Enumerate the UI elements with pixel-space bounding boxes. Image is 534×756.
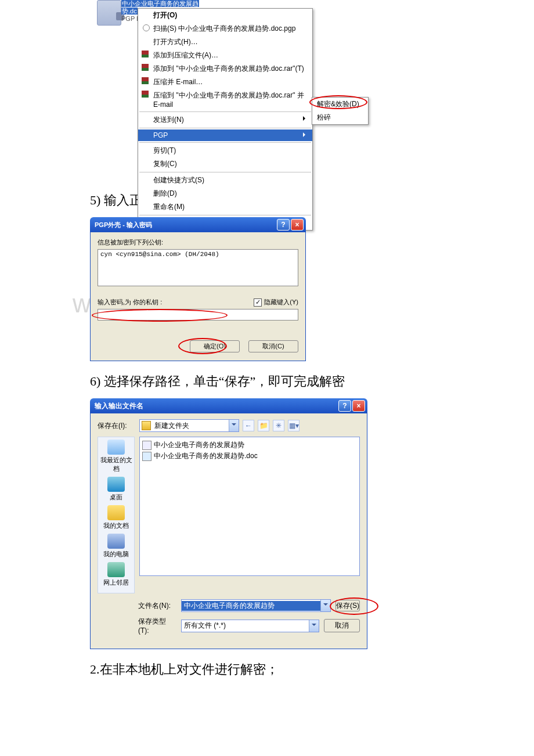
file-icon [142, 452, 151, 461]
help-button[interactable]: ? [277, 219, 290, 231]
chevron-down-icon [320, 600, 330, 611]
dialog-title: PGP外壳 - 输入密码 [92, 221, 276, 229]
context-menu: 打开(O) 扫描(S) 中小企业电子商务的发展趋势.doc.pgp 打开方式(H… [138, 8, 313, 231]
place-recent[interactable]: 我最近的文档 [98, 440, 134, 473]
highlight-ring [178, 338, 227, 354]
rar-icon [142, 77, 149, 84]
cancel-button[interactable]: 取消(C) [248, 340, 298, 352]
back-icon[interactable]: ← [243, 420, 254, 431]
menu-add-to-archive[interactable]: 添加到压缩文件(A)… [138, 49, 312, 62]
save-in-combo[interactable]: 新建文件夹 [139, 419, 239, 432]
menu-add-to-named[interactable]: 添加到 "中小企业电子商务的发展趋势.doc.rar"(T) [138, 62, 312, 75]
menu-rename[interactable]: 重命名(M) [138, 200, 312, 214]
places-bar: 我最近的文档 桌面 我的文档 我的电脑 网上邻居 [98, 437, 135, 593]
save-in-label: 保存在(I): [98, 421, 136, 431]
rar-icon [142, 91, 149, 98]
menu-copy[interactable]: 复制(C) [138, 157, 312, 171]
menu-zip-to-email[interactable]: 压缩到 "中小企业电子商务的发展趋势.doc.rar" 并 E-mail [138, 89, 312, 110]
menu-cut[interactable]: 剪切(T) [138, 144, 312, 157]
enter-passphrase-label: 输入密码,为 你的私钥 : [98, 298, 254, 307]
menu-open[interactable]: 打开(O) [138, 9, 312, 22]
hide-typing-label: 隐藏键入(Y) [264, 298, 298, 307]
highlight-ring [330, 597, 378, 615]
chevron-right-icon [303, 132, 308, 137]
new-folder-icon[interactable]: ✳ [273, 420, 284, 431]
file-list[interactable]: 中小企业电子商务的发展趋势 中小企业电子商务的发展趋势.doc [139, 437, 360, 576]
filetype-label: 保存类型(T): [138, 617, 176, 635]
hide-typing-checkbox[interactable] [254, 298, 262, 307]
place-mycomputer[interactable]: 我的电脑 [98, 534, 134, 559]
submenu-shred[interactable]: 粉碎 [312, 111, 368, 124]
key-list: cyn <cyn915@sina.com> (DH/2048) [98, 249, 298, 286]
chevron-right-icon [303, 116, 308, 121]
close-button[interactable]: × [291, 219, 304, 231]
step2-caption: 2.在非本地机上对文件进行解密； [90, 661, 444, 678]
place-network[interactable]: 网上邻居 [98, 562, 134, 587]
save-dialog: 输入输出文件名 ? × 保存在(I): 新建文件夹 ← 📁 ✳ ▦▾ 我最近的文… [90, 398, 367, 649]
filename-input[interactable]: 中小企业电子商务的发展趋势 [181, 599, 331, 612]
menu-send-to[interactable]: 发送到(N) [138, 113, 312, 127]
menu-pgp[interactable]: PGP [138, 129, 312, 141]
menu-open-with[interactable]: 打开方式(H)… [138, 35, 312, 49]
menu-delete[interactable]: 删除(D) [138, 187, 312, 200]
chevron-down-icon [229, 420, 239, 431]
highlight-ring [309, 95, 367, 109]
rar-icon [142, 64, 149, 71]
encrypted-to-label: 信息被加密到下列公钥: [98, 238, 298, 247]
list-item[interactable]: 中小企业电子商务的发展趋势 [142, 440, 357, 451]
help-button[interactable]: ? [338, 400, 351, 412]
close-button[interactable]: × [352, 400, 365, 412]
step6-caption: 6) 选择保存路径，单击“保存”，即可完成解密 [90, 373, 444, 390]
menu-zip-email[interactable]: 压缩并 E-mail… [138, 75, 312, 89]
pgp-file-icon [97, 0, 121, 26]
menu-create-shortcut[interactable]: 创建快捷方式(S) [138, 174, 312, 187]
file-icon [142, 441, 151, 450]
filename-label: 文件名(N): [138, 601, 176, 611]
menu-scan[interactable]: 扫描(S) 中小企业电子商务的发展趋势.doc.pgp [138, 22, 312, 35]
context-menu-screenshot: 中小企业电子商务的发展趋 势.dc PGP F 打开(O) 扫描(S) 中小企业… [90, 0, 444, 180]
pgp-passphrase-dialog: PGP外壳 - 输入密码 ? × 信息被加密到下列公钥: cyn <cyn915… [90, 217, 306, 361]
up-folder-icon[interactable]: 📁 [258, 420, 269, 431]
place-mydocs[interactable]: 我的文档 [98, 505, 134, 530]
highlight-ring [92, 309, 228, 322]
rar-icon [142, 51, 149, 57]
view-menu-icon[interactable]: ▦▾ [288, 420, 300, 431]
filetype-combo[interactable]: 所有文件 (*.*) [181, 620, 319, 632]
chevron-down-icon [309, 620, 319, 632]
save-dialog-title: 输入输出文件名 [92, 401, 337, 411]
folder-icon [142, 421, 151, 430]
cancel-button[interactable]: 取消 [324, 619, 360, 632]
list-item[interactable]: 中小企业电子商务的发展趋势.doc [142, 451, 357, 462]
place-desktop[interactable]: 桌面 [98, 477, 134, 502]
